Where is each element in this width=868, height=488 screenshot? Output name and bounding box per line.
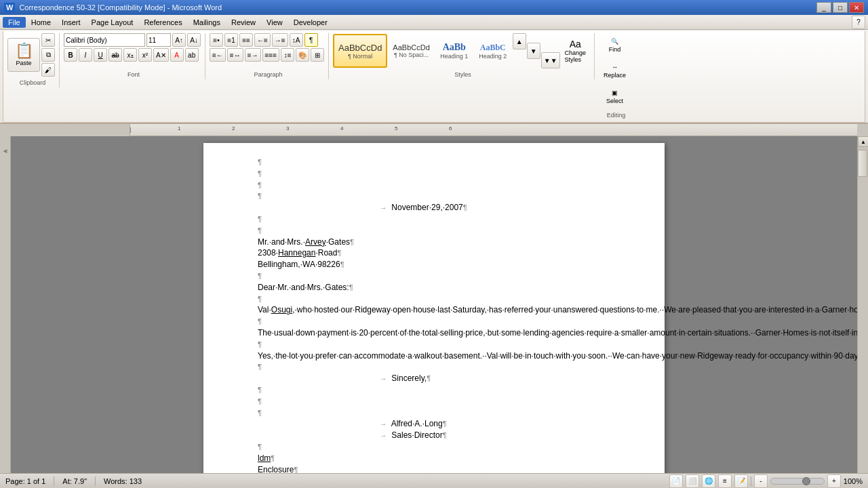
show-hide-button[interactable]: ¶ [304, 33, 318, 47]
find-button[interactable]: 🔍 Find [604, 33, 626, 58]
ruler-mark-0 [130, 127, 131, 133]
para1-line1[interactable]: Val·Osugi,·who·hosted·our·Ridgeway·open·… [258, 304, 610, 316]
view-fullscreen-button[interactable]: ⬜ [686, 474, 699, 488]
address-name-line[interactable]: Mr.·and·Mrs.·Arvey·Gates¶ [258, 237, 610, 248]
justify-button[interactable]: ≡≡≡ [262, 48, 280, 62]
borders-button[interactable]: ⊞ [311, 48, 324, 62]
pilcrow-2: ¶ [258, 169, 262, 178]
cut-button[interactable]: ✂ [41, 33, 55, 47]
align-left-button[interactable]: ≡← [210, 48, 226, 62]
highlight-button[interactable]: ab [185, 48, 199, 62]
multilevel-button[interactable]: ≡≡ [239, 33, 253, 47]
pilcrow-8: ¶ [258, 295, 262, 303]
date-line[interactable]: → November·29,·2007¶ [258, 202, 610, 214]
bullets-button[interactable]: ≡• [210, 33, 223, 47]
view-web-button[interactable]: 🌐 [702, 474, 715, 488]
style-no-spacing-button[interactable]: AaBbCcDd ¶ No Spaci... [388, 34, 434, 68]
font-size-select[interactable]: 11 [146, 33, 171, 47]
font-color-button[interactable]: A [170, 48, 184, 62]
zoom-out-button[interactable]: - [754, 474, 768, 488]
ribbon-group-paragraph: ≡• ≡1 ≡≡ ←≡ →≡ ↕A ¶ ≡← ≡↔ ≡→ ≡≡≡ ↕≡ 🎨 ⊞ [208, 33, 329, 79]
pilcrow-7: ¶ [258, 272, 262, 280]
title-bar-title: W Correspondence 50-32 [Compatibility Mo… [4, 3, 222, 12]
style-heading2-button[interactable]: AaBbC Heading 2 [474, 34, 512, 68]
styles-scroll-up[interactable]: ▲ [513, 33, 526, 49]
menu-file[interactable]: File [3, 17, 26, 28]
menu-view[interactable]: View [261, 17, 288, 28]
blank-line-4: ¶ [258, 190, 610, 202]
address-street-line[interactable]: 2308·Hannegan·Road¶ [258, 247, 610, 259]
sig-title-line[interactable]: → Sales·Director¶ [258, 430, 610, 441]
menu-page-layout[interactable]: Page Layout [86, 17, 139, 28]
increase-indent-button[interactable]: →≡ [272, 33, 288, 47]
pilcrow-14: ¶ [258, 409, 262, 417]
para2-line1[interactable]: The·usual·down·payment·is·20·percent·of·… [258, 327, 610, 339]
pilcrow-date: ¶ [463, 203, 467, 211]
change-styles-button[interactable]: Aa ChangeStyles [561, 34, 591, 68]
numbering-button[interactable]: ≡1 [224, 33, 238, 47]
blank-line-13: ¶ [258, 396, 610, 407]
replace-button[interactable]: ↔ Replace [599, 59, 631, 83]
decrease-indent-button[interactable]: ←≡ [254, 33, 271, 47]
doc-scroll[interactable]: ¶ ¶ ¶ ¶ → November·29,·2007¶ ¶ ¶ Mr.·and… [11, 136, 857, 488]
scroll-up-button[interactable]: ▲ [858, 136, 868, 147]
align-center-button[interactable]: ≡↔ [227, 48, 243, 62]
paste-button[interactable]: 📋 Paste [7, 38, 40, 72]
scroll-track[interactable] [858, 147, 868, 488]
strikethrough-button[interactable]: ab [108, 48, 122, 62]
initials-line[interactable]: ldm¶ [258, 453, 610, 464]
para3-line1[interactable]: Yes,·the·lot·you·prefer·can·accommodate·… [258, 350, 610, 362]
scroll-thumb[interactable] [858, 150, 867, 177]
font-name-select[interactable]: Calibri (Body) [64, 33, 145, 47]
status-divider-2 [95, 476, 96, 486]
menu-references[interactable]: References [138, 17, 187, 28]
style-normal-button[interactable]: AaBbCcDd ¶ Normal [333, 34, 387, 68]
format-painter-button[interactable]: 🖌 [41, 63, 55, 77]
menu-insert[interactable]: Insert [56, 17, 86, 28]
address-city-line[interactable]: Bellingham,·WA·98226¶ [258, 259, 610, 270]
superscript-button[interactable]: x² [138, 48, 152, 62]
subscript-button[interactable]: x₂ [123, 48, 137, 62]
salutation-line[interactable]: Dear·Mr.·and·Mrs.·Gates:¶ [258, 282, 610, 293]
view-draft-button[interactable]: 📝 [734, 474, 748, 488]
sort-button[interactable]: ↕A [290, 33, 303, 47]
zoom-handle[interactable] [802, 477, 810, 485]
font-label: Font [62, 71, 205, 78]
copy-button[interactable]: ⧉ [41, 48, 55, 62]
maximize-button[interactable]: □ [833, 2, 848, 13]
pilcrow-10: ¶ [258, 340, 262, 348]
panel-icon[interactable]: ◄ [2, 147, 9, 155]
zoom-slider[interactable] [770, 478, 825, 485]
italic-button[interactable]: I [79, 48, 92, 62]
view-print-button[interactable]: 📄 [669, 474, 683, 488]
menu-home[interactable]: Home [26, 17, 56, 28]
grow-font-button[interactable]: A↑ [172, 33, 186, 47]
help-button[interactable]: ? [852, 16, 865, 29]
styles-scroll-down[interactable]: ▼ [527, 43, 540, 59]
clear-formatting-button[interactable]: A✕ [153, 48, 169, 62]
shrink-font-button[interactable]: A↓ [187, 33, 201, 47]
select-button[interactable]: ▣ Select [601, 85, 628, 109]
style-heading1-button[interactable]: AaBb Heading 1 [435, 34, 473, 68]
bold-button[interactable]: B [64, 48, 77, 62]
underline-button[interactable]: U [94, 48, 107, 62]
style-nospace-label: ¶ No Spaci... [394, 52, 429, 58]
zoom-in-button[interactable]: + [827, 474, 841, 488]
find-icon: 🔍 [611, 38, 618, 45]
pilcrow-sig2: ¶ [443, 431, 447, 439]
doc-page: ¶ ¶ ¶ ¶ → November·29,·2007¶ ¶ ¶ Mr.·and… [203, 143, 665, 488]
align-right-button[interactable]: ≡→ [245, 48, 261, 62]
menu-developer[interactable]: Developer [288, 17, 333, 28]
minimize-button[interactable]: _ [816, 2, 831, 13]
line-spacing-button[interactable]: ↕≡ [281, 48, 294, 62]
closing-line[interactable]: → Sincerely,¶ [258, 373, 610, 384]
close-button[interactable]: ✕ [849, 2, 864, 13]
sig-name-line[interactable]: → Alfred·A.·Long¶ [258, 418, 610, 430]
pilcrow-initials: ¶ [271, 454, 275, 462]
zoom-level: 100% [844, 477, 863, 485]
menu-mailings[interactable]: Mailings [188, 17, 226, 28]
styles-more-button[interactable]: ▼▼ [541, 52, 560, 68]
shading-button[interactable]: 🎨 [296, 48, 309, 62]
view-outline-button[interactable]: ≡ [718, 474, 732, 488]
menu-review[interactable]: Review [226, 17, 261, 28]
